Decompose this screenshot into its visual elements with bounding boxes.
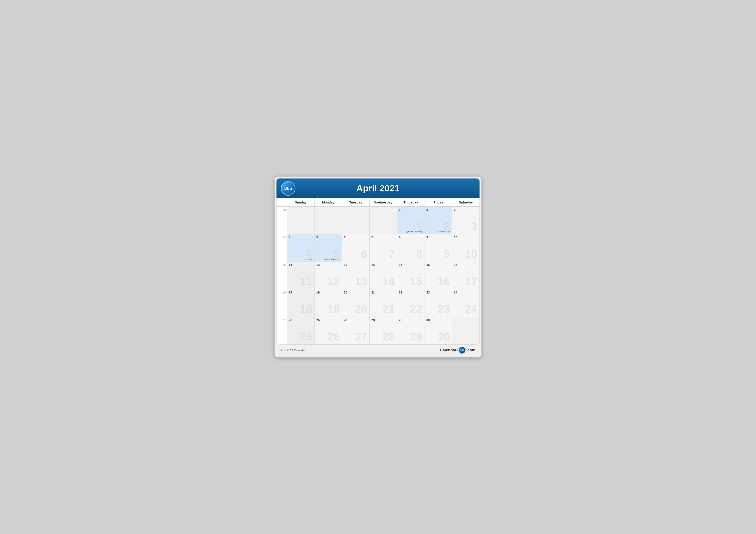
day-cell-6-w1d2: 66 (342, 234, 369, 262)
day-header-tuesday: Tuesday (342, 198, 369, 206)
watermark-27: 27 (355, 331, 367, 342)
day-cell-27-w4d2: 2727 (342, 317, 369, 344)
watermark-14: 14 (382, 276, 395, 287)
brand-text-before: Calendar- (440, 348, 458, 352)
watermark-10: 10 (465, 248, 477, 260)
day-cell-empty-w0d3 (369, 207, 397, 234)
day-cell-11-w2d0: 1111 (287, 262, 314, 289)
day-cell-2-w0d5: 22Good Friday (424, 207, 452, 234)
day-number-8: 8 (399, 236, 423, 239)
day-cell-3-w0d6: 33 (452, 207, 479, 234)
watermark-20: 20 (355, 303, 367, 315)
day-cell-empty-w4d6 (452, 317, 479, 344)
watermark-22: 22 (410, 303, 422, 315)
day-cell-empty-w0d1 (314, 207, 342, 234)
day-cell-21-w3d3: 2121 (369, 289, 397, 317)
day-cell-19-w3d1: 1919 (314, 289, 342, 317)
day-number-27: 27 (344, 318, 368, 322)
calendar-title: April 2021 (281, 183, 475, 193)
day-number-12: 12 (316, 263, 340, 267)
day-number-14: 14 (371, 263, 395, 267)
watermark-2: 2 (444, 221, 450, 232)
day-cell-13-w2d2: 1313 (342, 262, 369, 289)
watermark-3: 3 (471, 221, 477, 232)
day-cell-9-w1d5: 99 (424, 234, 452, 262)
day-header-friday: Friday (424, 198, 452, 206)
day-number-19: 19 (316, 291, 340, 294)
day-number-15: 15 (399, 263, 423, 267)
day-cell-1-w0d4: 11April Fool's Day (397, 207, 424, 234)
day-cell-7-w1d3: 77 (369, 234, 397, 262)
day-number-1: 1 (399, 208, 423, 212)
day-cell-24-w3d6: 2424 (452, 289, 479, 317)
watermark-9: 9 (444, 248, 450, 260)
watermark-7: 7 (389, 248, 395, 260)
day-cell-empty-w0d0 (287, 207, 314, 234)
day-number-20: 20 (344, 291, 368, 294)
week-number-4: 17 (277, 317, 287, 344)
watermark-15: 15 (410, 276, 422, 287)
days-of-week-header: Sunday Monday Tuesday Wednesday Thursday… (277, 198, 479, 207)
day-cell-30-w4d5: 3030 (424, 317, 452, 344)
day-number-29: 29 (399, 318, 423, 322)
day-cell-8-w1d4: 88 (397, 234, 424, 262)
day-number-18: 18 (289, 291, 313, 294)
day-number-10: 10 (454, 236, 478, 239)
watermark-13: 13 (355, 276, 367, 287)
day-header-wednesday: Wednesday (369, 198, 397, 206)
watermark-16: 16 (437, 276, 450, 287)
watermark-28: 28 (382, 331, 395, 342)
week-number-1: 14 (277, 234, 287, 262)
day-cell-5-w1d1: 55Easter Monday (314, 234, 342, 262)
day-number-22: 22 (399, 291, 423, 294)
watermark-1: 1 (416, 221, 422, 232)
day-number-25: 25 (289, 318, 313, 322)
calendar-body: 1311April Fool's Day22Good Friday331444E… (277, 207, 479, 344)
watermark-30: 30 (437, 331, 450, 342)
day-header-sunday: Sunday (287, 198, 314, 206)
day-number-5: 5 (316, 236, 340, 239)
week-number-2: 15 (277, 262, 287, 289)
day-cell-25-w4d0: 2525 (287, 317, 314, 344)
calendar-header: 365 April 2021 (277, 179, 479, 198)
watermark-8: 8 (416, 248, 422, 260)
watermark-5: 5 (334, 248, 340, 260)
day-number-4: 4 (289, 236, 313, 239)
day-number-13: 13 (344, 263, 368, 267)
day-cell-16-w2d5: 1616 (424, 262, 452, 289)
footer-caption: April 2021 Calendar (281, 349, 305, 352)
logo-365: 365 (281, 181, 295, 196)
calendar-container: 365 April 2021 Sunday Monday Tuesday Wed… (276, 178, 480, 344)
watermark-21: 21 (382, 303, 395, 315)
calendar-wrapper: 365 April 2021 Sunday Monday Tuesday Wed… (275, 177, 481, 357)
day-cell-10-w1d6: 1010 (452, 234, 479, 262)
day-cell-26-w4d1: 2626 (314, 317, 342, 344)
week-number-0: 13 (277, 207, 287, 234)
week-num-spacer (277, 198, 287, 206)
day-number-11: 11 (289, 263, 313, 267)
watermark-19: 19 (327, 303, 340, 315)
day-number-28: 28 (371, 318, 395, 322)
day-number-17: 17 (454, 263, 478, 267)
day-number-16: 16 (426, 263, 450, 267)
day-number-21: 21 (371, 291, 395, 294)
day-cell-23-w3d5: 2323 (424, 289, 452, 317)
watermark-4: 4 (306, 248, 312, 260)
watermark-18: 18 (300, 303, 312, 315)
day-number-23: 23 (426, 291, 450, 294)
day-cell-22-w3d4: 2222 (397, 289, 424, 317)
watermark-6: 6 (361, 248, 367, 260)
brand-text-after: .com (466, 348, 475, 352)
day-number-3: 3 (454, 208, 478, 212)
day-number-30: 30 (426, 318, 450, 322)
day-cell-29-w4d4: 2929 (397, 317, 424, 344)
day-cell-4-w1d0: 44Easter (287, 234, 314, 262)
day-number-7: 7 (371, 236, 395, 239)
day-header-saturday: Saturday (452, 198, 479, 206)
day-number-24: 24 (454, 291, 478, 294)
brand-365-badge: 365 (459, 347, 466, 354)
watermark-23: 23 (437, 303, 450, 315)
day-cell-empty-w0d2 (342, 207, 369, 234)
day-header-thursday: Thursday (397, 198, 424, 206)
week-number-3: 16 (277, 289, 287, 317)
